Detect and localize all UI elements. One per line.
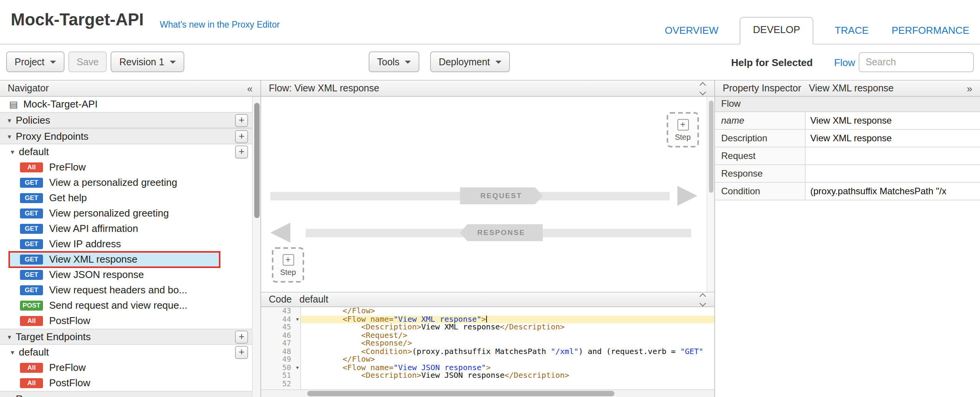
tools-dropdown-label: Tools bbox=[377, 56, 399, 67]
caret-down-icon bbox=[50, 60, 56, 63]
property-label: Description bbox=[715, 130, 806, 147]
add-policy-button[interactable]: + bbox=[235, 114, 248, 127]
nav-target-flow-postflow[interactable]: All PostFlow bbox=[0, 375, 260, 391]
property-value[interactable] bbox=[806, 165, 980, 182]
code-horizontal-scrollbar[interactable] bbox=[261, 389, 714, 397]
nav-flow-view-xml-response-selected[interactable]: GET View XML response bbox=[0, 252, 260, 267]
property-label: Response bbox=[715, 165, 806, 182]
add-step-button-response[interactable]: + Step bbox=[667, 112, 699, 147]
nav-section-proxy-endpoints[interactable]: ▾Proxy Endpoints + bbox=[0, 128, 260, 144]
code-line[interactable]: <Request/> bbox=[301, 331, 714, 339]
nav-flow-postflow[interactable]: All PostFlow bbox=[0, 313, 260, 329]
endpoint-label: default bbox=[19, 146, 49, 157]
revision-dropdown[interactable]: Revision 1 bbox=[111, 51, 184, 72]
project-dropdown[interactable]: Project bbox=[6, 51, 65, 72]
nav-item-proxy-root[interactable]: ▤Mock-Target-API bbox=[0, 97, 260, 112]
nav-flow-view-ip-address[interactable]: GET View IP address bbox=[0, 237, 260, 252]
save-button[interactable]: Save bbox=[68, 51, 107, 72]
fold-toggle-icon[interactable]: ▾ bbox=[296, 315, 299, 323]
code-editor[interactable]: 43 44▾ 45 46 47 48 49 50▾ 51 52 </Flow> … bbox=[261, 307, 714, 397]
nav-flow-view-api-affirmation[interactable]: GET View API affirmation bbox=[0, 221, 260, 237]
code-line[interactable]: <Flow name="View JSON response"> bbox=[301, 364, 714, 372]
nav-flow-view-a-personalized-greeting[interactable]: GET View a personalized greeting bbox=[0, 175, 260, 190]
project-dropdown-label: Project bbox=[15, 56, 45, 67]
xml-tag: </Flow> bbox=[306, 355, 375, 363]
line-number: 48 bbox=[282, 347, 291, 356]
xml-tag: <Request/> bbox=[306, 331, 407, 339]
tab-overview[interactable]: OVERVIEW bbox=[663, 18, 720, 45]
xml-tag: <Condition> bbox=[306, 347, 412, 355]
code-line[interactable]: </Flow> bbox=[301, 307, 714, 315]
code-line[interactable]: <Response/> bbox=[301, 339, 714, 347]
nav-flow-send-request[interactable]: POST Send request and view reque... bbox=[0, 298, 260, 313]
deployment-dropdown[interactable]: Deployment bbox=[430, 51, 510, 72]
add-step-button-request[interactable]: + Step bbox=[272, 247, 304, 283]
code-file-tab[interactable]: default bbox=[300, 294, 328, 305]
property-inspector-panel: Property Inspector View XML response » F… bbox=[714, 80, 980, 397]
code-line-active[interactable]: <Flow name="View XML response"> bbox=[301, 315, 714, 323]
add-flow-button[interactable]: + bbox=[235, 146, 248, 159]
xml-tag: <Description> bbox=[306, 323, 421, 331]
method-badge-get: GET bbox=[20, 208, 43, 218]
whats-new-link[interactable]: What's new in the Proxy Editor bbox=[160, 20, 280, 29]
tab-trace[interactable]: TRACE bbox=[833, 18, 870, 45]
code-line[interactable]: </Flow> bbox=[301, 356, 714, 364]
section-label: Policies bbox=[16, 114, 50, 126]
property-value[interactable]: View XML response bbox=[806, 130, 980, 147]
flow-panel-header: Flow: View XML response bbox=[261, 80, 714, 97]
collapse-flow-panel-icon[interactable] bbox=[700, 83, 707, 94]
tools-dropdown[interactable]: Tools bbox=[369, 51, 419, 72]
caret-down-icon bbox=[495, 60, 502, 63]
nav-target-endpoint-default[interactable]: ▾default + bbox=[0, 345, 260, 360]
scrollbar-thumb[interactable] bbox=[709, 101, 713, 193]
revision-dropdown-label: Revision 1 bbox=[119, 56, 164, 67]
chevron-down-icon bbox=[700, 300, 706, 306]
code-line[interactable]: <Description>View XML response</Descript… bbox=[301, 323, 714, 331]
code-lines[interactable]: </Flow> <Flow name="View XML response"> … bbox=[301, 307, 714, 389]
nav-flow-view-personalized-greeting[interactable]: GET View personalized greeting bbox=[0, 206, 260, 221]
add-target-flow-button[interactable]: + bbox=[235, 346, 248, 359]
nav-flow-view-json-response[interactable]: GET View JSON response bbox=[0, 267, 260, 283]
flow-label: PostFlow bbox=[49, 313, 90, 329]
property-value[interactable] bbox=[806, 147, 980, 164]
flow-canvas-scrollbar[interactable] bbox=[707, 97, 714, 292]
help-flow-link[interactable]: Flow bbox=[834, 57, 855, 68]
fold-toggle-icon[interactable]: ▾ bbox=[296, 364, 299, 372]
nav-flow-preflow[interactable]: All PreFlow bbox=[0, 160, 260, 175]
scrollbar-thumb[interactable] bbox=[254, 103, 260, 218]
nav-target-flow-preflow[interactable]: All PreFlow bbox=[0, 360, 260, 375]
inspector-row-description: Description View XML response bbox=[715, 130, 980, 147]
tab-performance[interactable]: PERFORMANCE bbox=[890, 18, 971, 45]
nav-proxy-endpoint-default[interactable]: ▾default + bbox=[0, 144, 260, 160]
nav-flow-view-request-headers[interactable]: GET View request headers and bo... bbox=[0, 283, 260, 298]
tab-develop[interactable]: DEVELOP bbox=[740, 17, 813, 45]
inspector-table: name View XML response Description View … bbox=[715, 112, 980, 200]
method-badge-all: All bbox=[20, 316, 43, 326]
plus-icon: + bbox=[282, 254, 294, 265]
chevron-up-icon bbox=[700, 82, 706, 88]
help-for-selected-label: Help for Selected bbox=[731, 57, 813, 68]
code-line[interactable]: <Condition>(proxy.pathsuffix MatchesPath… bbox=[301, 347, 714, 356]
add-target-endpoint-button[interactable]: + bbox=[235, 330, 248, 343]
code-line[interactable]: <Description>View JSON response</Descrip… bbox=[301, 372, 714, 380]
inspector-row-response: Response bbox=[715, 165, 980, 183]
nav-section-clipped[interactable]: ▾Resources bbox=[0, 391, 260, 397]
collapse-code-panel-icon[interactable] bbox=[700, 294, 707, 305]
property-value[interactable]: (proxy.pathsuffix MatchesPath "/x bbox=[806, 183, 980, 200]
navigator-scrollbar[interactable] bbox=[252, 97, 260, 397]
xml-text: (proxy.pathsuffix MatchesPath bbox=[412, 347, 551, 355]
code-panel-header: Code default bbox=[261, 292, 714, 307]
method-badge-get: GET bbox=[20, 193, 43, 203]
search-input[interactable] bbox=[859, 52, 974, 72]
flow-label: View API affirmation bbox=[49, 221, 138, 237]
nav-root-label: Mock-Target-API bbox=[23, 98, 98, 110]
nav-flow-get-help[interactable]: GET Get help bbox=[0, 190, 260, 206]
code-line[interactable] bbox=[301, 380, 714, 388]
nav-section-target-endpoints[interactable]: ▾Target Endpoints + bbox=[0, 329, 260, 345]
add-proxy-endpoint-button[interactable]: + bbox=[235, 130, 248, 143]
scrollbar-thumb[interactable] bbox=[307, 391, 614, 396]
collapse-navigator-icon[interactable]: « bbox=[247, 83, 253, 94]
property-value[interactable]: View XML response bbox=[806, 112, 980, 129]
nav-section-policies[interactable]: ▾Policies + bbox=[0, 112, 260, 128]
expand-inspector-icon[interactable]: » bbox=[967, 83, 972, 94]
